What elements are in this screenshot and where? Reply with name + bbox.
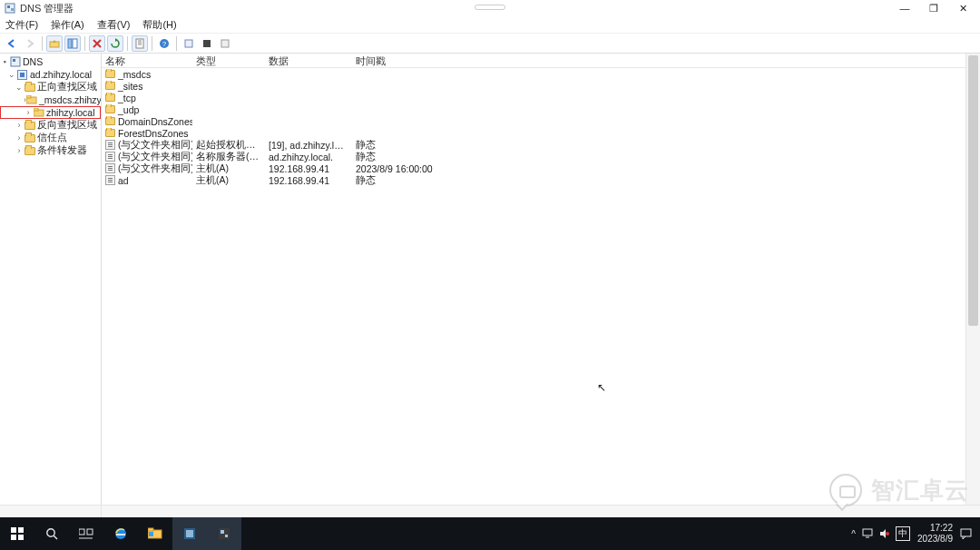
cell-name: DomainDnsZones bbox=[118, 116, 192, 127]
tree-trust-points[interactable]: › 信任点 bbox=[0, 132, 101, 144]
svg-rect-42 bbox=[961, 529, 971, 536]
col-name[interactable]: 名称 bbox=[102, 54, 192, 67]
delete-button[interactable] bbox=[89, 35, 105, 52]
tree-conditional-forwarders[interactable]: › 条件转发器 bbox=[0, 144, 101, 157]
cell-data: [19], ad.zhihzy.local., ho... bbox=[265, 140, 352, 151]
cell-type: 起始授权机构(SOA) bbox=[192, 139, 265, 152]
svg-rect-37 bbox=[220, 530, 224, 534]
svg-rect-22 bbox=[18, 527, 24, 533]
svg-rect-12 bbox=[185, 40, 192, 47]
help-button[interactable]: ? bbox=[156, 35, 172, 52]
extra-button[interactable] bbox=[217, 35, 233, 52]
properties-button[interactable] bbox=[132, 35, 148, 52]
svg-rect-21 bbox=[11, 527, 16, 533]
cell-name: _msdcs bbox=[118, 69, 151, 80]
titlebar: DNS 管理器 — ❐ ✕ bbox=[0, 0, 980, 16]
tree-forward-lookup[interactable]: ⌄ 正向查找区域 bbox=[0, 81, 101, 93]
record-icon bbox=[105, 163, 115, 173]
list-row[interactable]: (与父文件夹相同)名称服务器(NS)ad.zhihzy.local.静态 bbox=[102, 151, 965, 162]
list-row[interactable]: (与父文件夹相同)起始授权机构(SOA)[19], ad.zhihzy.loca… bbox=[102, 139, 965, 151]
menu-view[interactable]: 查看(V) bbox=[97, 18, 131, 32]
server-icon bbox=[16, 69, 28, 80]
cursor-icon: ↖ bbox=[597, 381, 606, 394]
clock[interactable]: 17:22 2023/8/9 bbox=[917, 523, 953, 545]
folder-icon bbox=[105, 82, 115, 90]
cell-name: (与父文件夹相同) bbox=[118, 151, 192, 163]
col-data[interactable]: 数据 bbox=[265, 54, 352, 67]
folder-icon bbox=[24, 120, 35, 131]
ie-button[interactable] bbox=[103, 517, 138, 550]
list-row[interactable]: (与父文件夹相同)主机(A)192.168.99.412023/8/9 16:0… bbox=[102, 162, 965, 174]
cell-name: _tcp bbox=[118, 93, 136, 103]
tree-reverse-lookup[interactable]: › 反向查找区域 bbox=[0, 119, 101, 132]
tree-zone-msdcs[interactable]: › _msdcs.zhihzy.local bbox=[0, 93, 101, 106]
horizontal-scrollbar[interactable] bbox=[0, 505, 980, 517]
scroll-thumb[interactable] bbox=[968, 55, 978, 326]
cell-name: _udp bbox=[118, 104, 139, 115]
filter-button[interactable] bbox=[199, 35, 215, 52]
list-row[interactable]: ad主机(A)192.168.99.41静态 bbox=[102, 174, 965, 186]
clock-date: 2023/8/9 bbox=[917, 534, 953, 545]
ime-indicator[interactable]: 中 bbox=[896, 526, 910, 541]
minimize-button[interactable]: — bbox=[897, 3, 913, 15]
list-row[interactable]: _msdcs bbox=[102, 68, 965, 80]
cell-type: 主机(A) bbox=[192, 174, 265, 187]
explorer-button[interactable] bbox=[138, 517, 172, 550]
tree-zone-selected[interactable]: › zhihzy.local bbox=[0, 106, 101, 119]
menu-file[interactable]: 文件(F) bbox=[5, 18, 38, 32]
cell-name: ad bbox=[118, 175, 129, 186]
maximize-button[interactable]: ❐ bbox=[926, 3, 942, 15]
app-window: DNS 管理器 — ❐ ✕ 文件(F) 操作(A) 查看(V) 帮助(H) ? bbox=[0, 0, 980, 517]
search-button[interactable] bbox=[34, 517, 69, 550]
svg-rect-23 bbox=[11, 535, 16, 540]
folder-icon bbox=[24, 82, 35, 93]
up-button[interactable] bbox=[46, 35, 63, 52]
vertical-scrollbar[interactable] bbox=[965, 54, 980, 505]
list-row[interactable]: _udp bbox=[102, 103, 965, 115]
menu-action[interactable]: 操作(A) bbox=[51, 18, 84, 32]
folder-icon bbox=[105, 93, 115, 102]
window-controls: — ❐ ✕ bbox=[897, 3, 976, 15]
show-hide-tree-button[interactable] bbox=[64, 35, 81, 52]
server-manager-button[interactable] bbox=[172, 517, 207, 550]
list-row[interactable]: _sites bbox=[102, 80, 965, 92]
folder-icon bbox=[105, 105, 115, 113]
list-body[interactable]: _msdcs_sites_tcp_udpDomainDnsZonesForest… bbox=[102, 68, 965, 505]
folder-icon bbox=[105, 129, 115, 137]
network-icon[interactable] bbox=[861, 528, 874, 539]
svg-point-30 bbox=[115, 528, 126, 539]
tree-root-dns[interactable]: ▪ DNS bbox=[0, 55, 101, 68]
action-center-icon[interactable] bbox=[960, 527, 973, 540]
toolbar: ? bbox=[0, 33, 980, 53]
list-header[interactable]: 名称 类型 数据 时间戳 bbox=[102, 54, 965, 68]
zone-icon bbox=[33, 107, 44, 118]
list-row[interactable]: _tcp bbox=[102, 92, 965, 103]
center-grip bbox=[475, 5, 505, 10]
record-icon bbox=[105, 152, 115, 162]
folder-icon bbox=[24, 145, 35, 156]
close-button[interactable]: ✕ bbox=[955, 3, 971, 15]
start-button[interactable] bbox=[0, 517, 34, 550]
col-timestamp[interactable]: 时间戳 bbox=[352, 54, 461, 67]
tray-overflow-icon[interactable]: ^ bbox=[851, 529, 856, 539]
task-view-button[interactable] bbox=[69, 517, 103, 550]
list-row[interactable]: ForestDnsZones bbox=[102, 127, 965, 139]
sound-icon[interactable] bbox=[879, 528, 890, 539]
svg-line-26 bbox=[54, 535, 57, 539]
list-row[interactable]: DomainDnsZones bbox=[102, 115, 965, 127]
nav-forward-button[interactable] bbox=[22, 35, 38, 52]
clock-time: 17:22 bbox=[917, 523, 953, 534]
cell-data: ad.zhihzy.local. bbox=[265, 152, 352, 162]
tree-server[interactable]: ⌄ ad.zhihzy.local bbox=[0, 68, 101, 81]
new-record-button[interactable] bbox=[181, 35, 197, 52]
refresh-button[interactable] bbox=[107, 35, 123, 52]
tray-area[interactable]: ^ 中 bbox=[851, 526, 910, 541]
menu-help[interactable]: 帮助(H) bbox=[142, 18, 176, 32]
nav-back-button[interactable] bbox=[4, 35, 20, 52]
col-type[interactable]: 类型 bbox=[192, 54, 265, 67]
dns-manager-taskbar-button[interactable] bbox=[207, 517, 241, 550]
cell-timestamp: 静态 bbox=[352, 151, 461, 163]
cell-data: 192.168.99.41 bbox=[265, 163, 352, 174]
scope-tree[interactable]: ▪ DNS ⌄ ad.zhihzy.local ⌄ 正向查找区域 › _msdc… bbox=[0, 54, 102, 505]
svg-point-41 bbox=[886, 532, 889, 535]
